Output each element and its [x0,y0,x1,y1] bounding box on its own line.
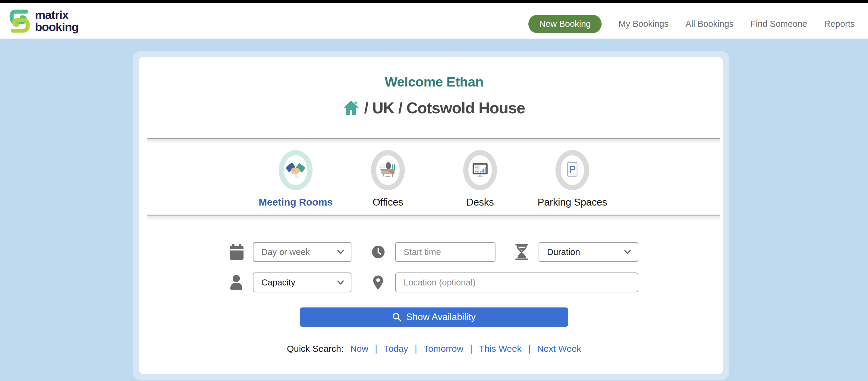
category-desks[interactable]: Desks [434,150,526,208]
main-nav: New Booking My Bookings All Bookings Fin… [528,6,855,41]
matrix-booking-logo[interactable]: matrix booking [8,8,79,34]
breadcrumb[interactable]: / UK / Cotswold House [145,99,723,117]
monitor-illustration [470,160,490,180]
quick-search-this-week[interactable]: This Week [479,344,521,354]
meeting-rooms-circle [279,150,313,190]
divider [147,215,720,216]
nav-reports[interactable]: Reports [824,19,855,29]
calendar-icon [230,242,244,262]
logo-line1: matrix [35,9,79,21]
category-offices[interactable]: Offices [342,150,434,208]
parking-circle: P [555,150,589,190]
nav-my-bookings[interactable]: My Bookings [618,19,669,29]
day-or-week-select[interactable]: Day or week [253,242,351,262]
desks-circle [463,150,497,190]
category-label: Parking Spaces [537,196,607,208]
capacity-select[interactable]: Capacity [253,273,351,292]
divider [147,138,720,139]
logo-line2: booking [35,21,79,33]
svg-text:P: P [569,164,576,175]
app-header: matrix booking New Booking My Bookings A… [0,3,868,39]
person-icon [230,273,243,292]
quick-search-separator: | [415,344,417,354]
browser-top-bar [0,0,868,3]
chevron-down-icon [337,250,344,254]
search-form-row-2: Capacity [230,273,638,292]
booking-card: Welcome Ethan / UK / Cotswold House [138,57,723,374]
duration-select[interactable]: Duration [538,242,638,262]
hourglass-icon [516,242,528,262]
quick-search-separator: | [375,344,377,354]
handshake-illustration [286,160,306,180]
category-label: Offices [373,196,403,208]
category-meeting-rooms[interactable]: Meeting Rooms [250,150,342,208]
quick-search-separator: | [528,344,530,354]
logo-wordmark: matrix booking [35,9,79,33]
duration-value: Duration [547,247,580,257]
category-row: Meeting Rooms [145,150,723,208]
category-label: Meeting Rooms [258,196,333,208]
breadcrumb-path: / UK / Cotswold House [364,99,525,117]
quick-search-tomorrow[interactable]: Tomorrow [424,344,464,354]
quick-search-label: Quick Search: [287,344,344,354]
clock-icon [372,242,384,262]
nav-all-bookings[interactable]: All Bookings [685,19,734,29]
start-time-input[interactable] [395,242,495,262]
capacity-value: Capacity [261,278,296,288]
parking-sign-illustration: P [562,160,582,180]
welcome-heading: Welcome Ethan [145,74,723,90]
offices-circle [371,150,405,190]
day-or-week-value: Day or week [261,247,310,257]
quick-search-now[interactable]: Now [350,344,368,354]
search-form-row-1: Day or week [230,242,638,262]
show-availability-label: Show Availability [406,312,475,322]
location-input[interactable] [395,273,638,292]
location-pin-icon [373,273,383,292]
office-desk-illustration [378,160,398,180]
chevron-down-icon [624,250,631,254]
search-icon [393,313,401,322]
matrix-booking-app: matrix booking New Booking My Bookings A… [0,0,868,381]
category-parking-spaces[interactable]: P Parking Spaces [526,150,618,208]
nav-find-someone[interactable]: Find Someone [750,19,807,29]
show-availability-button[interactable]: Show Availability [300,308,568,327]
chevron-down-icon [337,280,344,285]
new-booking-button[interactable]: New Booking [528,15,601,33]
quick-search-today[interactable]: Today [384,344,408,354]
quick-search-next-week[interactable]: Next Week [537,344,581,354]
quick-search-separator: | [470,344,472,354]
quick-search-row: Quick Search: Now | Today | Tomorrow | T… [145,344,723,354]
booking-card-halo: Welcome Ethan / UK / Cotswold House [133,51,730,380]
category-label: Desks [466,196,494,208]
matrix-logo-icon [8,8,31,34]
home-icon [343,100,359,116]
